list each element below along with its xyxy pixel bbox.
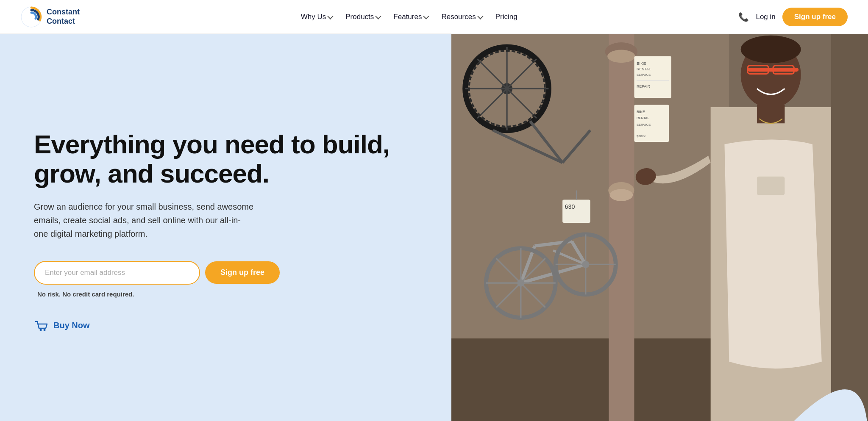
nav-item-products[interactable]: Products bbox=[340, 9, 385, 25]
navbar: Constant Contact Why Us Products Feature… bbox=[0, 0, 868, 34]
buy-now-link[interactable]: Buy Now bbox=[34, 318, 417, 333]
signup-button[interactable]: Sign up free bbox=[782, 8, 848, 26]
svg-text:BIKE: BIKE bbox=[637, 61, 646, 66]
phone-icon[interactable]: 📞 bbox=[738, 12, 749, 22]
hero-section: Everything you need to build, grow, and … bbox=[0, 34, 868, 421]
nav-item-resources[interactable]: Resources bbox=[436, 9, 487, 25]
logo-icon bbox=[20, 6, 42, 28]
svg-text:BIKE: BIKE bbox=[637, 110, 645, 114]
nav-item-why-us[interactable]: Why Us bbox=[296, 9, 337, 25]
svg-text:RENTAL: RENTAL bbox=[637, 116, 649, 120]
nav-links: Why Us Products Features Resources P bbox=[296, 9, 523, 25]
chevron-down-icon bbox=[423, 13, 429, 19]
svg-point-11 bbox=[610, 189, 633, 201]
chevron-down-icon bbox=[376, 13, 381, 19]
svg-point-2 bbox=[40, 329, 42, 331]
svg-text:$30/hr: $30/hr bbox=[637, 134, 646, 138]
svg-text:RENTAL: RENTAL bbox=[637, 67, 651, 71]
svg-rect-7 bbox=[609, 34, 634, 421]
svg-rect-44 bbox=[637, 80, 669, 81]
buy-now-label: Buy Now bbox=[53, 321, 90, 330]
svg-text:SERVICE: SERVICE bbox=[637, 73, 651, 77]
nav-item-features[interactable]: Features bbox=[388, 9, 433, 25]
hero-subtitle: Grow an audience for your small business… bbox=[34, 200, 254, 241]
svg-rect-62 bbox=[831, 34, 868, 421]
svg-point-54 bbox=[741, 36, 801, 64]
svg-rect-52 bbox=[757, 177, 785, 195]
email-input[interactable] bbox=[34, 261, 200, 285]
no-risk-text: No risk. No credit card required. bbox=[37, 291, 417, 298]
cart-icon bbox=[34, 318, 49, 333]
logo[interactable]: Constant Contact bbox=[20, 6, 80, 28]
svg-point-9 bbox=[607, 50, 635, 63]
chevron-down-icon bbox=[477, 13, 483, 19]
hero-image-area: 630 BIKE RENTAL SERVICE REPAIR BIKE RENT… bbox=[451, 34, 868, 421]
nav-right: 📞 Log in Sign up free bbox=[738, 8, 848, 26]
hero-form: Sign up free bbox=[34, 261, 280, 285]
logo-text: Constant Contact bbox=[47, 8, 80, 26]
nav-item-pricing[interactable]: Pricing bbox=[490, 9, 523, 25]
hero-signup-button[interactable]: Sign up free bbox=[205, 261, 280, 284]
svg-text:REPAIR: REPAIR bbox=[637, 84, 650, 89]
chevron-down-icon bbox=[328, 13, 334, 19]
hero-photo: 630 BIKE RENTAL SERVICE REPAIR BIKE RENT… bbox=[451, 34, 868, 421]
svg-text:630: 630 bbox=[565, 203, 575, 210]
svg-text:SERVICE: SERVICE bbox=[637, 123, 651, 127]
login-link[interactable]: Log in bbox=[756, 13, 775, 21]
hero-content: Everything you need to build, grow, and … bbox=[0, 34, 451, 421]
svg-point-3 bbox=[44, 329, 46, 331]
hero-title: Everything you need to build, grow, and … bbox=[34, 130, 417, 188]
